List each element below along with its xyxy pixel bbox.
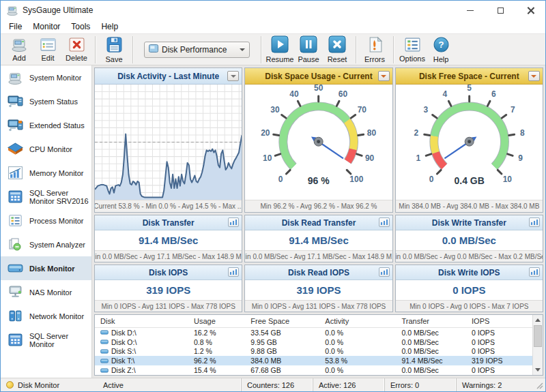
sidebar-item-disk-monitor[interactable]: Disk Monitor [1,256,91,280]
svg-text:100: 100 [350,175,364,184]
add-button[interactable]: Add [5,35,33,65]
svg-text:5: 5 [467,85,472,93]
disk-activity-title: Disk Activity - Last Minute [117,72,219,81]
close-icon [527,7,534,14]
table-row[interactable]: Disk Z:\ 15.4 % 67.68 GB 0.0 % 0.0 MB/Se… [95,365,532,375]
disk-free-space-menu-button[interactable] [528,71,540,81]
sidebar-item-process-monitor[interactable]: Process Monitor [1,209,91,232]
maximize-button[interactable] [485,1,515,20]
minimize-button[interactable] [455,1,485,20]
preset-combo-icon [149,44,158,55]
column-disk[interactable]: Disk [95,317,191,325]
app-icon [6,5,18,16]
svg-text:90: 90 [365,153,375,163]
cell-usage: 96.2 % [191,357,248,365]
disk-icon [100,358,109,364]
help-icon: ? [433,36,450,55]
cell-usage: 16.2 % [191,329,248,337]
menu-help[interactable]: Help [96,20,124,33]
close-button[interactable] [515,1,545,20]
table-row-selected[interactable]: Disk T:\ 96.2 % 384.0 MB 53.8 % 91.4 MB/… [95,356,532,365]
svg-text:50: 50 [314,85,324,93]
column-transfer[interactable]: Transfer [399,317,469,325]
disk-transfer-chart-button[interactable] [228,217,239,227]
edit-button[interactable]: Edit [33,35,62,65]
title-bar: SysGauge Ultimate [1,1,545,20]
column-usage[interactable]: Usage [191,317,248,325]
disk-space-usage-menu-button[interactable] [378,71,390,81]
cell-transfer: 0.0 MB/Sec [399,366,469,374]
sidebar-item-label: Memory Monitor [29,169,83,177]
sidebar-item-network-monitor[interactable]: Network Monitor [1,304,91,328]
disk-read-transfer-chart-button[interactable] [379,217,390,227]
disk-write-iops-chart-button[interactable] [529,267,540,277]
sidebar-item-extended-status[interactable]: Extended Status [1,113,91,137]
sidebar-item-label: System Monitor [29,74,81,82]
errors-button[interactable]: Errors [360,35,389,65]
resize-grip[interactable] [534,380,544,390]
disk-read-iops-chart-button[interactable] [379,267,390,277]
menu-tools[interactable]: Tools [66,20,96,33]
save-button[interactable]: Save [100,35,128,65]
disk-write-transfer-header: Disk Write Transfer [396,215,543,230]
sidebar-item-nas-monitor[interactable]: NAS Monitor [1,280,91,304]
table-row[interactable]: Disk S:\ 1.2 % 9.88 GB 0.0 % 0.0 MB/Sec … [95,347,532,357]
disk-write-iops-status: Min 0 IOPS - Avg 0 IOPS - Max 7 IOPS [396,300,543,312]
pause-button[interactable]: Pause [294,35,323,65]
mini-chart-icon [531,269,538,275]
sidebar-item-label: Process Monitor [29,217,83,225]
disk-activity-chart [95,85,242,200]
preset-combo[interactable]: Disk Performance [144,42,250,58]
scroll-down-button[interactable] [533,365,543,375]
sidebar-item-memory-monitor[interactable]: Memory Monitor [1,161,91,185]
sidebar-item-system-monitor[interactable]: System Monitor [1,65,91,89]
options-icon [404,37,421,55]
column-free-space[interactable]: Free Space [248,317,322,325]
resume-icon [271,35,289,55]
svg-text:10: 10 [502,175,512,184]
scroll-thumb[interactable] [534,325,542,347]
options-button[interactable]: Options [398,35,427,65]
table-row[interactable]: Disk O:\ 0.8 % 9.95 GB 0.0 % 0.0 MB/Sec … [95,337,532,347]
disk-write-transfer-chart-button[interactable] [529,217,540,227]
scroll-up-button[interactable] [533,315,543,325]
resume-button[interactable]: Resume [265,35,294,65]
cell-activity: 0.0 % [322,366,399,374]
sidebar-item-label: System Status [29,97,78,106]
cell-activity: 0.0 % [322,347,399,355]
svg-text:?: ? [438,40,444,50]
sidebar-item-sql-server-monitor[interactable]: SQL Server Monitor [1,328,91,352]
disk-iops-chart-button[interactable] [228,267,239,277]
disk-activity-panel: Disk Activity - Last Minute Current 53.8… [94,67,242,213]
table-scrollbar[interactable] [532,315,543,375]
column-activity[interactable]: Activity [322,317,399,325]
disks-table: Disk Usage Free Space Activity Transfer … [95,315,532,375]
svg-text:60: 60 [339,89,348,99]
help-button[interactable]: ? Help [427,35,455,65]
delete-button[interactable]: Delete [62,35,91,65]
sidebar-item-sql-server-monitor-srv2016[interactable]: SQL Server Monitor SRV2016 [1,185,91,209]
table-row[interactable]: Disk D:\ 16.2 % 33.54 GB 0.0 % 0.0 MB/Se… [95,328,532,337]
disk-write-transfer-title: Disk Write Transfer [432,218,506,228]
chevron-down-icon [231,75,236,78]
disk-icon [100,339,109,345]
disk-activity-menu-button[interactable] [227,71,239,81]
column-iops[interactable]: IOPS [469,317,532,325]
disk-read-iops-value: 319 IOPS [245,280,392,300]
window-title: SysGauge Ultimate [23,5,93,15]
triangle-up-icon [535,318,541,322]
disk-icon [100,329,109,335]
cell-free-space: 384.0 MB [248,357,322,365]
reset-button[interactable]: Reset [323,35,351,65]
statusbar-errors: Errors: 0 [390,381,419,389]
svg-text:4: 4 [442,89,447,99]
menu-monitor[interactable]: Monitor [27,20,66,33]
sidebar-item-system-analyzer[interactable]: System Analyzer [1,232,91,256]
svg-text:1: 1 [416,153,420,163]
resume-label: Resume [266,56,294,63]
scroll-track[interactable] [533,325,543,365]
sidebar-item-cpu-monitor[interactable]: CPU Monitor [1,137,91,161]
disk-write-transfer-counter: Disk Write Transfer 0.0 MB/Sec Min 0.0 M… [395,215,543,262]
menu-file[interactable]: File [3,20,27,33]
sidebar-item-system-status[interactable]: System Status [1,89,91,113]
